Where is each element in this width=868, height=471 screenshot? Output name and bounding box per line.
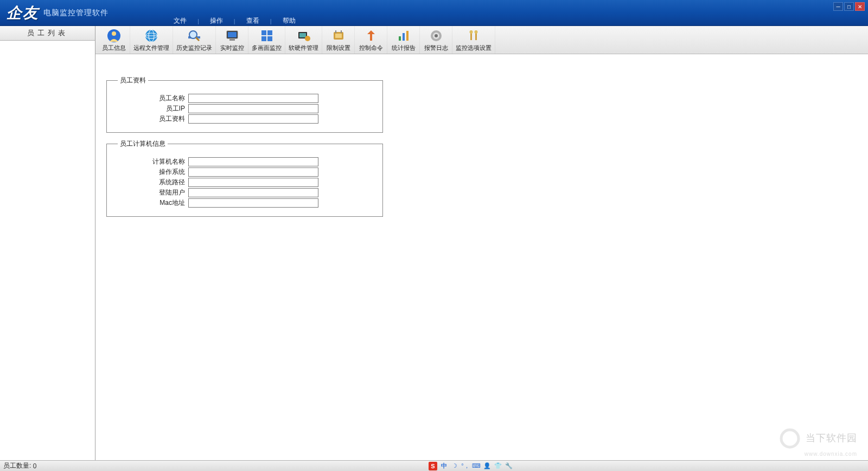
fieldset-legend: 员工资料 — [118, 76, 148, 85]
globe-icon — [144, 28, 159, 43]
toolbar: 员工信息 远程文件管理 历史监控记录 实时监控 — [95, 26, 868, 54]
form-row: 员工名称 — [118, 94, 372, 103]
svg-point-32 — [475, 30, 478, 34]
tool-realtime[interactable]: 实时监控 — [216, 26, 248, 54]
menubar: 文件 | 操作 | 查看 | 帮助 — [163, 15, 307, 27]
input-computer-name[interactable] — [188, 157, 318, 166]
tool-label: 控制命令 — [359, 44, 383, 52]
minimize-button[interactable]: ─ — [833, 2, 843, 11]
tool-label: 限制设置 — [327, 44, 350, 52]
label-syspath: 系统路径 — [118, 178, 188, 187]
tool-label: 软硬件管理 — [289, 44, 318, 52]
form-row: 登陆用户 — [118, 188, 372, 197]
grid-icon — [259, 28, 275, 43]
menu-help[interactable]: 帮助 — [272, 15, 307, 27]
ime-skin-icon[interactable]: 👕 — [494, 462, 502, 470]
input-employee-profile[interactable] — [188, 114, 318, 124]
svg-point-28 — [435, 34, 438, 37]
label-employee-profile: 员工资料 — [118, 114, 188, 124]
svg-rect-24 — [403, 33, 405, 41]
employee-list[interactable] — [0, 41, 95, 462]
control-icon — [363, 28, 379, 43]
maximize-button[interactable]: □ — [844, 2, 854, 11]
label-os: 操作系统 — [118, 167, 188, 177]
form-row: 员工IP — [118, 104, 372, 113]
form-row: 计算机名称 — [118, 157, 372, 166]
close-button[interactable]: ✕ — [855, 2, 865, 11]
tool-label: 统计报告 — [392, 44, 416, 52]
tool-alarm[interactable]: 报警日志 — [420, 26, 452, 54]
svg-rect-25 — [406, 31, 409, 41]
label-login-user: 登陆用户 — [118, 188, 188, 197]
tool-remote-files[interactable]: 远程文件管理 — [130, 26, 173, 54]
ime-tool-icon[interactable]: 🔧 — [505, 462, 513, 470]
app-logo-area: 企友 电脑监控管理软件 — [0, 3, 108, 23]
status-employee-count-value: 0 — [33, 462, 37, 470]
tool-employee-info[interactable]: 员工信息 — [98, 26, 130, 54]
tool-hwsw[interactable]: 软硬件管理 — [285, 26, 322, 54]
form-row: 系统路径 — [118, 178, 372, 187]
titlebar: 企友 电脑监控管理软件 文件 | 操作 | 查看 | 帮助 ─ □ ✕ — [0, 0, 868, 26]
ime-sogou-icon[interactable]: S — [429, 462, 437, 470]
tool-label: 远程文件管理 — [133, 44, 169, 52]
alarm-icon — [429, 28, 444, 43]
label-employee-ip: 员工IP — [118, 104, 188, 113]
tool-report[interactable]: 统计报告 — [387, 26, 420, 54]
ime-mode[interactable]: 中 — [439, 462, 448, 470]
person-icon — [106, 28, 122, 43]
settings-icon — [466, 28, 481, 43]
label-mac: Mac地址 — [118, 198, 188, 208]
tool-label: 员工信息 — [102, 44, 126, 52]
input-syspath[interactable] — [188, 178, 318, 187]
svg-rect-11 — [229, 39, 235, 41]
input-login-user[interactable] — [188, 188, 318, 197]
form-row: 操作系统 — [118, 167, 372, 177]
fieldset-employee-profile: 员工资料 员工名称 员工IP 员工资料 — [106, 76, 383, 133]
svg-rect-12 — [261, 30, 266, 35]
hwsw-icon — [296, 28, 311, 43]
tool-settings[interactable]: 监控选项设置 — [452, 26, 495, 54]
svg-rect-23 — [399, 36, 401, 41]
ime-tray: S 中 ☽ °， ⌨ 👤 👕 🔧 — [429, 462, 513, 470]
svg-point-1 — [112, 31, 116, 36]
form-row: Mac地址 — [118, 198, 372, 208]
app-logo-text: 企友 — [7, 3, 39, 23]
magnifier-icon — [187, 28, 202, 43]
tool-limit[interactable]: 限制设置 — [322, 26, 355, 54]
tool-label: 报警日志 — [424, 44, 448, 52]
tool-multiview[interactable]: 多画面监控 — [248, 26, 285, 54]
status-employee-count-label: 员工数量: — [3, 461, 31, 470]
chart-icon — [396, 28, 411, 43]
fieldset-computer-info: 员工计算机信息 计算机名称 操作系统 系统路径 登陆用户 — [106, 139, 383, 217]
input-os[interactable] — [188, 167, 318, 177]
main-area: 员工信息 远程文件管理 历史监控记录 实时监控 — [95, 26, 868, 460]
ime-keyboard-icon[interactable]: ⌨ — [472, 462, 481, 470]
input-employee-name[interactable] — [188, 94, 318, 103]
sidebar: 员工列表 — [0, 26, 95, 460]
tool-label: 历史监控记录 — [176, 44, 212, 52]
tool-history[interactable]: 历史监控记录 — [173, 26, 216, 54]
svg-rect-15 — [267, 36, 272, 41]
tool-label: 监控选项设置 — [456, 44, 492, 52]
input-mac[interactable] — [188, 198, 318, 208]
svg-rect-14 — [261, 36, 266, 41]
svg-rect-17 — [299, 33, 306, 37]
input-employee-ip[interactable] — [188, 104, 318, 113]
form-row: 员工资料 — [118, 114, 372, 124]
content-area: 员工资料 员工名称 员工IP 员工资料 员工计算机信息 计算机名称 — [95, 54, 868, 460]
statusbar: 员工数量: 0 S 中 ☽ °， ⌨ 👤 👕 🔧 — [0, 460, 868, 471]
menu-file[interactable]: 文件 — [163, 15, 197, 27]
tool-control[interactable]: 控制命令 — [355, 26, 387, 54]
tool-label: 实时监控 — [220, 44, 244, 52]
monitor-icon — [225, 28, 240, 43]
menu-view[interactable]: 查看 — [235, 15, 270, 27]
ime-moon-icon[interactable]: ☽ — [450, 462, 459, 470]
svg-rect-13 — [267, 30, 272, 35]
ime-user-icon[interactable]: 👤 — [483, 462, 492, 470]
svg-point-31 — [470, 30, 473, 34]
limit-icon — [331, 28, 346, 43]
menu-operate[interactable]: 操作 — [199, 15, 234, 27]
svg-point-18 — [305, 36, 310, 41]
sidebar-title: 员工列表 — [0, 26, 95, 41]
ime-punct-icon[interactable]: °， — [461, 462, 470, 470]
